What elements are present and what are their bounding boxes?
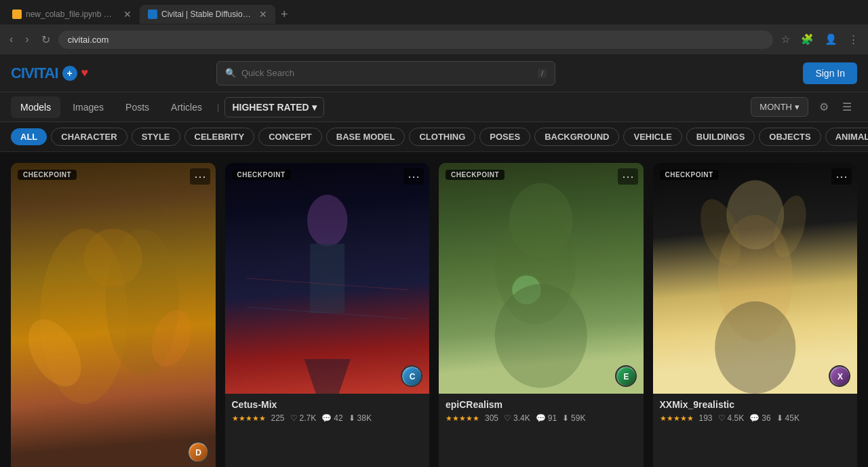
svg-point-17 <box>715 301 795 394</box>
models-grid: CHECKPOINT ⋯ D DreamShaper ★★★★★ 225 ♡ 2… <box>0 152 868 467</box>
forward-button[interactable]: › <box>21 31 33 48</box>
period-filter-button[interactable]: MONTH ▾ <box>751 97 808 117</box>
tab-favicon-1 <box>12 10 22 19</box>
model-card-3[interactable]: CHECKPOINT ⋯ E epiCRealism ★★★★★ 305 ♡ 3… <box>439 163 644 467</box>
svg-marker-8 <box>304 359 350 394</box>
browser-chrome: new_colab_file.ipynb — Collabora... ✕ Ci… <box>0 0 868 54</box>
reload-button[interactable]: ↻ <box>37 31 54 49</box>
category-character[interactable]: CHARACTER <box>51 128 127 146</box>
rating-count-2: 225 <box>271 413 285 423</box>
category-objects[interactable]: OBJECTS <box>759 128 821 146</box>
period-chevron-icon: ▾ <box>795 102 800 112</box>
category-poses[interactable]: POSES <box>479 128 530 146</box>
rating-count-3: 305 <box>485 413 498 423</box>
nav-tab-articles[interactable]: Articles <box>161 96 212 118</box>
card-title-4: XXMix_9realistic <box>660 399 851 410</box>
card-title-3: epiCRealism <box>446 399 637 410</box>
category-background[interactable]: BACKGROUND <box>534 128 619 146</box>
category-vehicle[interactable]: VEHICLE <box>623 128 682 146</box>
card-art-svg-1 <box>11 163 216 467</box>
downloads-2: ⬇ 38K <box>349 413 372 423</box>
card-menu-2[interactable]: ⋯ <box>403 168 424 185</box>
new-tab-button[interactable]: + <box>275 7 294 22</box>
card-art-svg-2 <box>225 163 430 394</box>
card-menu-4[interactable]: ⋯ <box>831 168 852 185</box>
logo-text: CIVITAI <box>11 64 58 82</box>
browser-tabs: new_colab_file.ipynb — Collabora... ✕ Ci… <box>0 0 868 24</box>
browser-controls: ‹ › ↻ ☆ 🧩 👤 ⋮ <box>0 24 868 54</box>
search-input[interactable] <box>241 68 538 78</box>
nav-tab-images[interactable]: Images <box>63 96 113 118</box>
rating-count-4: 193 <box>699 413 713 423</box>
nav-tab-models[interactable]: Models <box>11 96 60 118</box>
category-clothing[interactable]: CLOTHING <box>409 128 475 146</box>
nav-tab-posts[interactable]: Posts <box>116 96 159 118</box>
logo-plus-button[interactable]: + <box>62 66 77 81</box>
card-stats-2: ★★★★★ 225 ♡ 2.7K 💬 42 ⬇ 38K <box>232 413 423 423</box>
bookmark-icon[interactable]: ☆ <box>777 31 794 48</box>
model-card-1[interactable]: CHECKPOINT ⋯ D DreamShaper ★★★★★ 225 ♡ 2… <box>11 163 216 467</box>
layout-button[interactable]: ☰ <box>837 98 857 116</box>
card-menu-1[interactable]: ⋯ <box>190 168 210 185</box>
card-badge-2: CHECKPOINT <box>232 170 291 180</box>
tab-title-1: new_colab_file.ipynb — Collabora... <box>26 10 119 19</box>
filter-icons: ⚙ ☰ <box>814 98 857 116</box>
card-image-1: CHECKPOINT ⋯ D <box>11 163 216 467</box>
card-art-svg-4 <box>653 163 858 394</box>
card-avatar-3: E <box>615 365 637 387</box>
svg-point-6 <box>307 195 348 247</box>
card-avatar-2: C <box>401 365 422 387</box>
comments-4: 💬 36 <box>749 413 770 423</box>
logo[interactable]: CIVITAI + ♥ <box>11 64 88 82</box>
tab-close-2[interactable]: ✕ <box>259 9 267 20</box>
card-badge-4: CHECKPOINT <box>660 170 719 180</box>
card-art-svg-3 <box>439 163 644 394</box>
search-bar-container[interactable]: 🔍 / <box>216 61 555 86</box>
downloads-3: ⬇ 59K <box>562 413 585 423</box>
logo-heart-icon[interactable]: ♥ <box>81 66 89 80</box>
card-menu-3[interactable]: ⋯ <box>618 168 638 185</box>
card-footer-4: XXMix_9realistic ★★★★★ 193 ♡ 4.5K 💬 36 ⬇… <box>653 394 858 430</box>
card-badge-1: CHECKPOINT <box>18 170 77 180</box>
card-image-4: CHECKPOINT ⋯ X <box>653 163 858 394</box>
menu-icon[interactable]: ⋮ <box>844 31 863 48</box>
category-base-model[interactable]: BASE MODEL <box>326 128 406 146</box>
category-celebrity[interactable]: CELEBRITY <box>184 128 255 146</box>
tab-favicon-2 <box>148 10 157 19</box>
model-card-4[interactable]: CHECKPOINT ⋯ X XXMix_9realistic ★★★★★ 19… <box>653 163 858 467</box>
comments-3: 💬 91 <box>536 413 557 423</box>
sort-filter-button[interactable]: HIGHEST RATED ▾ <box>224 97 323 117</box>
nav-divider: | <box>217 102 219 112</box>
profile-icon[interactable]: 👤 <box>821 31 842 48</box>
tab-title-2: Civitai | Stable Diffusion models... <box>161 10 255 19</box>
svg-rect-7 <box>310 244 344 313</box>
sort-label: HIGHEST RATED <box>232 102 309 113</box>
address-bar[interactable] <box>58 31 773 49</box>
month-filter: MONTH ▾ ⚙ ☰ <box>751 97 857 117</box>
tab-close-1[interactable]: ✕ <box>123 9 132 20</box>
category-concept[interactable]: CONCEPT <box>258 128 322 146</box>
model-card-2[interactable]: CHECKPOINT ⋯ C Cetus-Mix ★★★★★ 225 ♡ 2.7… <box>225 163 430 467</box>
rating-stars-4: ★★★★★ <box>660 414 694 423</box>
category-style[interactable]: STYLE <box>132 128 180 146</box>
filter-button[interactable]: ⚙ <box>814 98 834 116</box>
browser-tab-2[interactable]: Civitai | Stable Diffusion models... ✕ <box>140 5 275 24</box>
period-label: MONTH <box>760 102 792 112</box>
svg-point-14 <box>495 284 587 388</box>
category-bar: ALL CHARACTER STYLE CELEBRITY CONCEPT BA… <box>0 122 868 152</box>
rating-stars-2: ★★★★★ <box>232 414 266 423</box>
card-avatar-1: D <box>187 441 209 463</box>
card-stats-3: ★★★★★ 305 ♡ 3.4K 💬 91 ⬇ 59K <box>446 413 637 423</box>
card-title-2: Cetus-Mix <box>232 399 423 410</box>
category-all[interactable]: ALL <box>11 128 47 145</box>
category-animal[interactable]: ANIMAL <box>825 128 868 146</box>
card-image-2: CHECKPOINT ⋯ C <box>225 163 430 394</box>
category-buildings[interactable]: BUILDINGS <box>686 128 755 146</box>
browser-tab-1[interactable]: new_colab_file.ipynb — Collabora... ✕ <box>4 5 140 24</box>
browser-action-icons: ☆ 🧩 👤 ⋮ <box>777 31 863 48</box>
sign-in-button[interactable]: Sign In <box>803 62 857 84</box>
likes-2: ♡ 2.7K <box>290 413 317 423</box>
back-button[interactable]: ‹ <box>5 31 17 48</box>
extension-icon[interactable]: 🧩 <box>797 31 818 48</box>
card-image-3: CHECKPOINT ⋯ E <box>439 163 644 394</box>
